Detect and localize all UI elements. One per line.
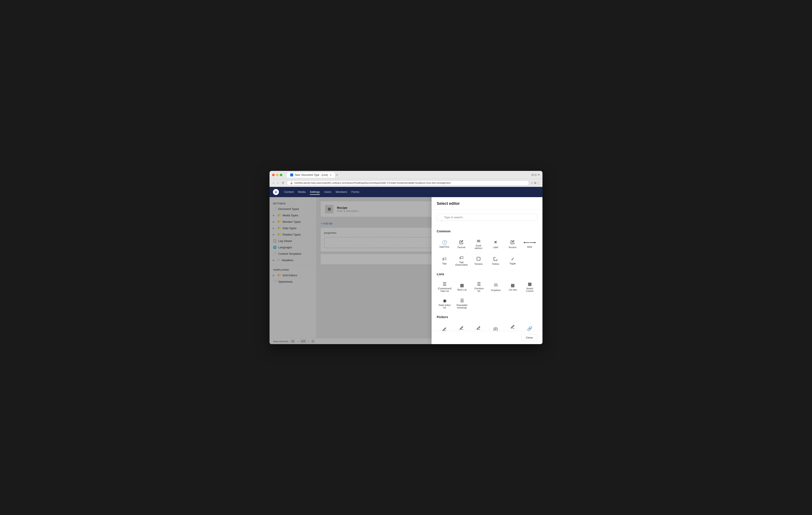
section-heading-lists: Lists	[437, 272, 538, 276]
editor-item-multi-url-picker[interactable]: 🔗 Multi URL Picker	[522, 322, 538, 331]
url-text: michiels-plucky-harp-seal.euwest01.umbra…	[294, 182, 526, 184]
editor-item-dropdown[interactable]: Dropdown	[488, 279, 503, 294]
forms-theme-picker-icon	[511, 325, 515, 330]
close-window-button[interactable]	[272, 174, 274, 176]
editor-item-toggle[interactable]: ✓ Toggle	[505, 253, 520, 268]
app-logo[interactable]: U	[273, 189, 279, 195]
maximize-window-button[interactable]	[280, 174, 282, 176]
nested-content-label: Nested Content	[523, 288, 536, 293]
nav-items: Content Media Settings Users Members For…	[284, 189, 359, 195]
textarea-icon	[476, 256, 481, 262]
list-view-icon: ▦	[511, 283, 515, 288]
nav-item-content[interactable]: Content	[284, 189, 294, 195]
forward-button[interactable]: ›	[277, 180, 279, 185]
nav-item-users[interactable]: Users	[324, 189, 331, 195]
eye-dropper-icon	[476, 326, 481, 331]
numeric-icon	[511, 240, 515, 245]
nav-item-settings[interactable]: Settings	[310, 189, 320, 195]
tags-icon: 🏷	[442, 257, 446, 261]
textbox-label: Textbox	[492, 263, 499, 265]
slider-label: Slider	[527, 246, 532, 248]
svg-rect-2	[477, 257, 480, 260]
form-picker-icon	[493, 327, 498, 331]
label-label: Label	[493, 246, 498, 249]
checkbox-list-icon: ☰	[477, 282, 481, 286]
bookmark-button[interactable]: ☆	[530, 181, 533, 185]
editor-item-forms-theme-picker[interactable]: Forms Theme Picker	[505, 322, 520, 331]
editor-item-tags[interactable]: 🏷 Tags	[437, 253, 452, 268]
close-button[interactable]: Close	[521, 334, 538, 341]
decimal-icon	[459, 240, 464, 245]
profile-button[interactable]: M	[534, 181, 536, 185]
editor-item-nested-content[interactable]: ▦ Nested Content	[522, 279, 538, 294]
section-heading-pickers: Pickers	[437, 315, 538, 319]
list-view-label: List view	[509, 289, 517, 291]
contentment-label: [Contentment] Data List	[438, 288, 452, 293]
contentment-icon: ☰	[443, 282, 446, 286]
email-icon: ✉	[477, 239, 481, 243]
modal-footer: Close	[432, 331, 543, 344]
reload-button[interactable]: ↺	[281, 180, 285, 185]
editor-item-decimal[interactable]: Decimal	[454, 236, 469, 251]
tab-title: New: Document Type - (Live)	[295, 173, 328, 177]
back-button[interactable]: ‹	[272, 180, 275, 185]
menu-button[interactable]: ⋮	[537, 181, 540, 185]
tab-bar: New: Document Type - (Live) ✕ +	[287, 172, 496, 178]
textbox-icon	[493, 256, 498, 262]
editor-item-tags-deprecated[interactable]: 🏷 Tags (Deprecated)	[454, 253, 469, 268]
textarea-label: Textarea	[474, 263, 483, 265]
browser-tab[interactable]: New: Document Type - (Live) ✕	[287, 172, 335, 178]
editor-item-radio-button-list[interactable]: ◉ Radio button list	[437, 296, 453, 311]
editor-item-eye-dropper[interactable]: Eye Dropper Color Picker	[471, 322, 486, 331]
toggle-icon: ✓	[511, 257, 515, 261]
modal-overlay: Select editor 🔍 Common 🕐 Date/Time	[269, 197, 543, 344]
editor-item-checkbox-list[interactable]: ☰ Checkbox list	[471, 279, 486, 294]
modal-title: Select editor	[437, 201, 538, 206]
nav-item-media[interactable]: Media	[298, 189, 306, 195]
url-bar[interactable]: 🔒 michiels-plucky-harp-seal.euwest01.umb…	[287, 181, 529, 185]
label-icon	[493, 240, 498, 245]
pickers-editor-grid: Color Picker Content Picker	[437, 322, 538, 331]
numeric-label: Numeric	[509, 246, 517, 249]
block-list-icon: ▦	[460, 283, 464, 288]
title-bar: New: Document Type - (Live) ✕ + ⊟ ⊡ ✕	[269, 171, 543, 179]
decimal-label: Decimal	[458, 246, 465, 249]
tab-close-button[interactable]: ✕	[330, 174, 331, 177]
editor-item-list-view[interactable]: ▦ List view	[505, 279, 520, 294]
nav-item-forms[interactable]: Forms	[351, 189, 359, 195]
toggle-label: Toggle	[510, 263, 516, 265]
editor-item-textarea[interactable]: Textarea	[471, 253, 486, 268]
minimize-window-button[interactable]	[276, 174, 279, 176]
lock-icon: 🔒	[290, 182, 293, 184]
editor-item-color-picker[interactable]: Color Picker	[437, 322, 452, 331]
editor-item-form-picker[interactable]: Form Picker	[488, 322, 503, 331]
editor-item-textbox[interactable]: Textbox	[488, 253, 503, 268]
editor-item-numeric[interactable]: Numeric	[505, 236, 520, 251]
content-picker-icon	[459, 326, 464, 331]
nav-item-members[interactable]: Members	[336, 189, 347, 195]
editor-item-repeatable-textstrings[interactable]: ☰ Repeatable textstrings	[455, 296, 469, 311]
editor-item-content-picker[interactable]: Content Picker	[454, 322, 469, 331]
multi-url-picker-icon: 🔗	[527, 326, 532, 331]
editor-item-slider[interactable]: ⟵⟶ Slider	[522, 236, 538, 251]
block-list-label: Block List	[457, 289, 467, 291]
new-tab-button[interactable]: +	[336, 173, 338, 177]
email-label: Email address	[472, 244, 485, 250]
section-heading-common: Common	[437, 229, 538, 233]
editor-item-contentment-data-list[interactable]: ☰ [Contentment] Data List	[437, 279, 453, 294]
repeatable-textstrings-icon: ☰	[460, 298, 464, 303]
search-input[interactable]	[437, 214, 538, 221]
tags-label: Tags	[442, 263, 446, 265]
editor-item-block-list[interactable]: ▦ Block List	[455, 279, 469, 294]
datetime-label: Date/Time	[439, 246, 449, 248]
editor-item-label[interactable]: Label	[488, 236, 503, 251]
radio-button-list-icon: ◉	[443, 298, 446, 303]
editor-item-datetime[interactable]: 🕐 Date/Time	[437, 236, 452, 251]
slider-icon: ⟵⟶	[523, 240, 536, 244]
editor-item-email[interactable]: ✉ Email address	[471, 236, 486, 251]
lists-editor-grid: ☰ [Contentment] Data List ▦ Block List ☰…	[437, 279, 538, 311]
dropdown-icon	[494, 283, 498, 288]
repeatable-textstrings-label: Repeatable textstrings	[456, 304, 468, 309]
color-picker-icon	[442, 327, 446, 331]
tags-deprecated-label: Tags (Deprecated)	[455, 261, 468, 266]
